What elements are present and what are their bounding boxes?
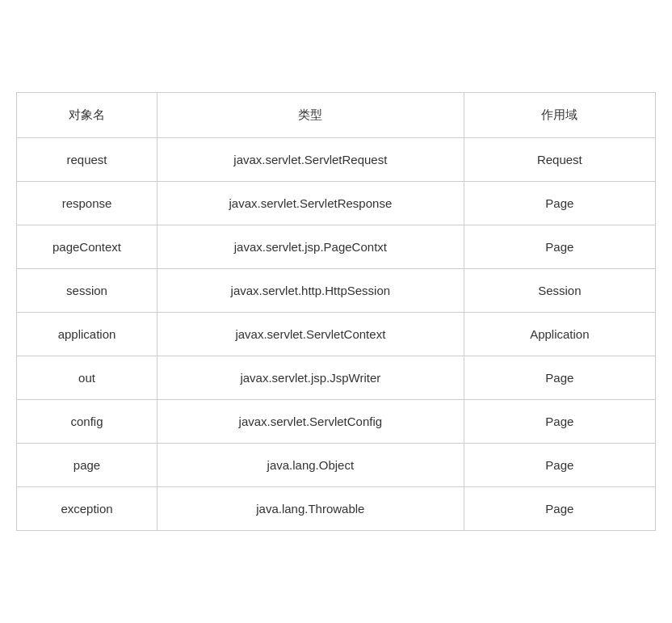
cell-object-type: javax.servlet.ServletRequest (158, 138, 464, 182)
cell-object-scope: Page (464, 356, 655, 400)
cell-object-type: java.lang.Throwable (158, 487, 464, 531)
cell-object-type: javax.servlet.ServletResponse (158, 182, 464, 225)
table-row: pageContextjavax.servlet.jsp.PageContxtP… (17, 225, 656, 269)
cell-object-name: pageContext (17, 225, 158, 269)
cell-object-type: java.lang.Object (158, 444, 464, 487)
table-row: outjavax.servlet.jsp.JspWriterPage (17, 356, 656, 400)
header-name: 对象名 (17, 93, 158, 138)
cell-object-scope: Page (464, 444, 655, 487)
table-row: requestjavax.servlet.ServletRequestReque… (17, 138, 656, 182)
table-row: pagejava.lang.ObjectPage (17, 444, 656, 487)
cell-object-type: javax.servlet.ServletConfig (158, 400, 464, 444)
cell-object-scope: Application (464, 313, 655, 356)
cell-object-name: config (17, 400, 158, 444)
cell-object-scope: Page (464, 400, 655, 444)
table-row: responsejavax.servlet.ServletResponsePag… (17, 182, 656, 225)
cell-object-name: request (17, 138, 158, 182)
cell-object-type: javax.servlet.jsp.JspWriter (158, 356, 464, 400)
cell-object-name: page (17, 444, 158, 487)
table-row: applicationjavax.servlet.ServletContextA… (17, 313, 656, 356)
cell-object-name: exception (17, 487, 158, 531)
cell-object-type: javax.servlet.ServletContext (158, 313, 464, 356)
cell-object-type: javax.servlet.http.HttpSession (158, 269, 464, 313)
cell-object-scope: Page (464, 225, 655, 269)
header-type: 类型 (158, 93, 464, 138)
cell-object-scope: Page (464, 182, 655, 225)
cell-object-name: response (17, 182, 158, 225)
table-row: sessionjavax.servlet.http.HttpSessionSes… (17, 269, 656, 313)
cell-object-scope: Request (464, 138, 655, 182)
table-header-row: 对象名 类型 作用域 (17, 93, 656, 138)
cell-object-scope: Session (464, 269, 655, 313)
cell-object-type: javax.servlet.jsp.PageContxt (158, 225, 464, 269)
cell-object-name: session (17, 269, 158, 313)
jsp-objects-table: 对象名 类型 作用域 requestjavax.servlet.ServletR… (16, 92, 656, 531)
cell-object-name: out (17, 356, 158, 400)
table-row: configjavax.servlet.ServletConfigPage (17, 400, 656, 444)
cell-object-scope: Page (464, 487, 655, 531)
table-row: exceptionjava.lang.ThrowablePage (17, 487, 656, 531)
header-scope: 作用域 (464, 93, 655, 138)
main-container: 对象名 类型 作用域 requestjavax.servlet.ServletR… (16, 92, 656, 531)
cell-object-name: application (17, 313, 158, 356)
